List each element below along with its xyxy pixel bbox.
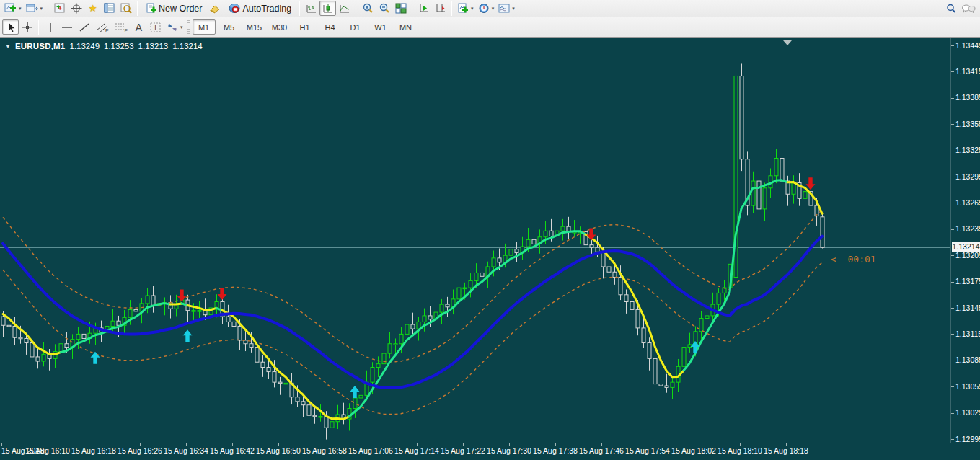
price-axis-label: 1.13085: [955, 355, 980, 364]
crosshair-button[interactable]: [68, 1, 84, 16]
timeframe-button-m5[interactable]: M5: [218, 19, 241, 35]
search-button[interactable]: [943, 1, 959, 16]
price-axis-tick: [951, 177, 954, 177]
timeframe-button-d1[interactable]: D1: [344, 19, 367, 35]
profiles-icon: [26, 3, 38, 14]
text-tool-button[interactable]: A: [131, 19, 147, 35]
time-axis-label: 15 Aug 17:22: [441, 446, 485, 455]
chat-bubbles-icon: [961, 3, 976, 14]
indicators-dropdown-icon[interactable]: ▾: [471, 6, 474, 11]
price-axis-label: 1.13415: [955, 67, 980, 76]
text-label-tool-button[interactable]: T: [147, 19, 164, 35]
chart-canvas[interactable]: <--00:01: [0, 38, 950, 443]
buy-signal-arrow: [350, 386, 360, 398]
profiles-button[interactable]: ▾: [24, 1, 45, 16]
arrows-tool-button[interactable]: ▾: [164, 19, 185, 35]
fibonacci-icon: F: [114, 22, 128, 33]
favorites-button[interactable]: ★: [84, 1, 101, 16]
trendline-tool-button[interactable]: [76, 19, 93, 35]
chart-shift-button[interactable]: [432, 1, 449, 16]
new-chart-dropdown-icon[interactable]: ▾: [19, 6, 22, 11]
equidistant-channel-tool-button[interactable]: E: [93, 19, 112, 35]
text-label-icon: T: [149, 22, 162, 33]
tick-chart-button[interactable]: [51, 1, 68, 16]
time-axis[interactable]: 15 Aug 201815 Aug 16:1015 Aug 16:1815 Au…: [0, 443, 980, 457]
timeframe-button-h4[interactable]: H4: [319, 19, 342, 35]
vertical-line-tool-button[interactable]: [42, 19, 58, 35]
periods-dropdown-icon[interactable]: ▾: [492, 6, 495, 11]
crosshair-tool-icon: [22, 22, 33, 33]
current-price-box: 1.13214: [952, 242, 980, 252]
timeframe-button-mn[interactable]: MN: [394, 19, 418, 35]
crosshair-tool-button[interactable]: [19, 19, 35, 35]
search-icon: [945, 3, 957, 14]
crosshair-icon: [71, 3, 82, 14]
price-axis[interactable]: 1.13214 1.134451.134151.133851.133551.13…: [950, 38, 980, 443]
line-chart-mode-button[interactable]: [336, 1, 353, 16]
chat-button[interactable]: [959, 1, 978, 16]
time-axis-label: 15 Aug 16:34: [164, 446, 208, 455]
zoom-out-button[interactable]: [376, 1, 392, 16]
symbol-dropdown-icon[interactable]: ▼: [5, 43, 11, 50]
arrows-dropdown-icon[interactable]: ▾: [180, 25, 183, 30]
bar-chart-mode-button[interactable]: [303, 1, 319, 16]
price-axis-tick: [951, 308, 954, 309]
chart-window[interactable]: <--00:01 ▼ EURUSD,M1 1.13249 1.13253 1.1…: [0, 37, 980, 460]
toolbar-separator: [38, 20, 39, 35]
time-axis-label: 15 Aug 17:38: [533, 446, 578, 455]
toolbar-separator: [412, 1, 412, 16]
price-axis-label: 1.13175: [955, 277, 980, 286]
templates-dropdown-icon[interactable]: ▾: [512, 6, 515, 11]
market-watch-icon: [120, 3, 132, 14]
timeframe-button-w1[interactable]: W1: [369, 19, 392, 35]
new-order-label: New Order: [159, 4, 202, 14]
profiles-dropdown-icon[interactable]: ▾: [40, 6, 43, 11]
timeframe-button-h1[interactable]: H1: [293, 19, 317, 35]
favorites-star-icon: ★: [89, 4, 97, 13]
chart-shift-marker[interactable]: [783, 40, 792, 45]
fibonacci-tool-button[interactable]: F: [112, 19, 131, 35]
toolbar-separator: [48, 1, 48, 16]
toolbar-drag-handle[interactable]: [187, 20, 190, 35]
new-order-button[interactable]: New Order: [141, 1, 207, 16]
new-chart-button[interactable]: ▾: [2, 1, 24, 16]
svg-text:T: T: [154, 24, 158, 32]
templates-button[interactable]: ▾: [496, 1, 517, 16]
horizontal-line-tool-button[interactable]: [58, 19, 76, 35]
candle-timer-text: <--00:01: [831, 254, 876, 265]
quote-open: 1.13249: [69, 42, 100, 50]
autotrading-icon: [229, 3, 240, 14]
time-axis-label: 15 Aug 18:02: [671, 446, 716, 455]
periods-button[interactable]: ▾: [476, 1, 497, 16]
zoom-in-button[interactable]: [359, 1, 376, 16]
equidistant-channel-icon: E: [95, 22, 110, 33]
price-axis-tick: [951, 124, 954, 125]
horizontal-line-icon: [61, 22, 74, 33]
timeframe-button-m30[interactable]: M30: [268, 19, 291, 35]
time-axis-label: 15 Aug 18:10: [718, 446, 762, 455]
indicators-button[interactable]: ▾: [455, 1, 476, 16]
tile-windows-button[interactable]: [392, 1, 409, 16]
price-axis-label: 1.13115: [955, 329, 980, 338]
autotrading-button[interactable]: AutoTrading: [224, 1, 296, 16]
data-window-button[interactable]: [101, 1, 118, 16]
time-axis-label: 15 Aug 16:50: [256, 446, 301, 455]
svg-text:F: F: [125, 28, 128, 33]
new-order-icon: [146, 3, 156, 14]
auto-scroll-button[interactable]: [415, 1, 432, 16]
time-axis-label: 15 Aug 16:26: [118, 446, 162, 455]
sell-signal-arrow: [177, 290, 187, 302]
price-axis-tick: [951, 413, 954, 414]
expert-advisors-button[interactable]: [207, 1, 224, 16]
tick-chart-icon: [54, 3, 66, 14]
toolbar-separator: [451, 1, 452, 16]
timeframe-button-m15[interactable]: M15: [243, 19, 266, 35]
candlestick-mode-button[interactable]: [319, 1, 336, 16]
expert-advisors-icon: [209, 4, 221, 14]
timeframe-button-m1[interactable]: M1: [193, 19, 216, 35]
time-axis-label: 15 Aug 17:14: [394, 446, 439, 455]
cursor-tool-button[interactable]: [2, 19, 19, 35]
candle-timer-label: <--00:01: [831, 254, 876, 265]
chart-title: ▼ EURUSD,M1 1.13249 1.13253 1.13213 1.13…: [5, 42, 203, 50]
market-watch-button[interactable]: [118, 1, 134, 16]
